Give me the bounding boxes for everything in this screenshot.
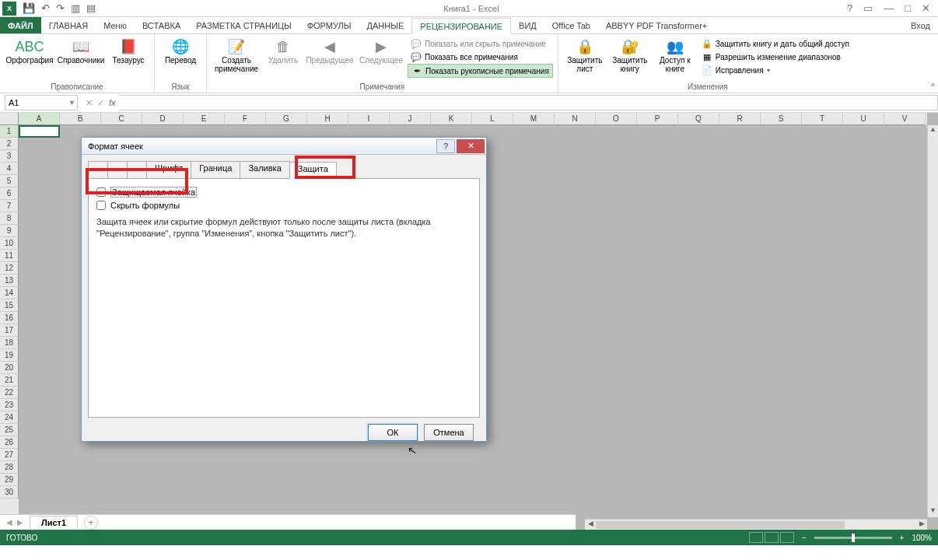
active-cell[interactable] [19,125,60,138]
column-header[interactable]: T [802,113,843,125]
sheet-tab[interactable]: Лист1 [30,516,78,529]
column-header[interactable]: C [101,113,142,125]
show-ink-button[interactable]: ✒ Показать рукописные примечания [408,64,553,78]
thesaurus-button[interactable]: 📕 Тезаурус [107,36,149,65]
spellcheck-button[interactable]: ABC Орфография [5,36,54,65]
maximize-icon[interactable]: □ [905,2,911,14]
row-header[interactable]: 5 [0,175,19,187]
enter-formula-icon[interactable]: ✓ [97,98,104,108]
help-icon[interactable]: ? [847,2,852,14]
dialog-tab-protection[interactable]: Защита [289,162,337,179]
row-header[interactable]: 26 [0,436,19,449]
tab-file[interactable]: ФАЙЛ [0,17,41,33]
showhide-comment-button[interactable]: 💬 Показать или скрыть примечание [408,37,553,50]
protect-sheet-button[interactable]: 🔒 Защитить лист [563,36,607,73]
fx-icon[interactable]: fx [109,98,116,107]
column-headers[interactable]: ABCDEFGHIJKLMNOPQRSTUV [19,113,927,125]
formula-input[interactable] [119,95,938,110]
view-buttons[interactable] [749,532,794,543]
row-header[interactable]: 15 [0,299,19,312]
undo-icon[interactable]: ↶ [41,2,50,14]
protect-book-button[interactable]: 🔐 Защитить книгу [608,36,652,73]
dialog-help-button[interactable]: ? [436,139,455,153]
row-header[interactable]: 28 [0,461,19,474]
cancel-button[interactable]: Отмена [424,424,474,441]
row-header[interactable]: 18 [0,337,19,349]
ok-button[interactable]: ОК [368,424,418,441]
column-header[interactable]: F [225,113,266,125]
column-header[interactable]: L [472,113,513,125]
row-header[interactable]: 23 [0,399,19,411]
allow-ranges-button[interactable]: ▦ Разрешить изменение диапазонов [698,51,852,63]
row-header[interactable]: 1 [0,125,19,138]
column-header[interactable]: U [843,113,884,125]
column-header[interactable]: E [184,113,225,125]
row-header[interactable]: 20 [0,362,19,374]
tab-home[interactable]: ГЛАВНАЯ [41,17,96,33]
dialog-titlebar[interactable]: Формат ячеек ? ✕ [82,138,486,155]
row-header[interactable]: 21 [0,374,19,387]
row-header[interactable]: 13 [0,275,19,287]
close-icon[interactable]: ✕ [922,2,930,14]
scroll-right-icon[interactable]: ▶ [916,520,927,530]
track-changes-button[interactable]: 📄 Исправления ▾ [698,64,852,76]
dialog-tab-border[interactable]: Граница [191,161,240,178]
dialog-tab-hidden3[interactable] [127,161,147,178]
page-break-view-icon[interactable] [780,532,794,543]
row-header[interactable]: 10 [0,237,19,250]
column-header[interactable]: M [513,113,555,125]
row-header[interactable]: 4 [0,163,19,175]
prev-comment-button[interactable]: ◀ Предыдущее [305,36,355,65]
column-header[interactable]: G [266,113,307,125]
page-layout-view-icon[interactable] [765,532,779,543]
open-icon[interactable]: ▤ [86,2,96,14]
column-header[interactable]: Q [678,113,719,125]
horizontal-scrollbar[interactable]: ◀ ▶ [585,519,927,530]
tab-layout[interactable]: РАЗМЕТКА СТРАНИЦЫ [188,17,299,33]
tab-view[interactable]: ВИД [511,17,544,33]
row-headers[interactable]: 1234567891011121314151617181920212223242… [0,125,19,517]
next-comment-button[interactable]: ▶ Следующее [356,36,406,65]
row-header[interactable]: 11 [0,250,19,262]
redo-icon[interactable]: ↷ [56,2,65,14]
column-header[interactable]: K [431,113,472,125]
showall-comments-button[interactable]: 💬 Показать все примечания [408,51,553,63]
row-header[interactable]: 12 [0,262,19,275]
ribbon-toggle-icon[interactable]: ▭ [863,2,873,14]
column-header[interactable]: R [719,113,761,125]
new-comment-button[interactable]: 📝 Создать примечание [212,36,261,73]
column-header[interactable]: B [60,113,101,125]
share-book-button[interactable]: 👥 Доступ к книге [653,36,697,73]
column-header[interactable]: O [596,113,637,125]
add-sheet-button[interactable]: + [84,516,98,530]
hidden-checkbox-row[interactable]: Скрыть формулы [96,201,471,210]
collapse-ribbon-icon[interactable]: ^ [931,82,935,91]
row-header[interactable]: 22 [0,387,19,399]
row-header[interactable]: 24 [0,411,19,424]
references-button[interactable]: 📖 Справочники [56,36,106,65]
tab-abbyy[interactable]: ABBYY PDF Transformer+ [598,17,715,33]
row-header[interactable]: 14 [0,287,19,299]
locked-checkbox-row[interactable]: Защищаемая ячейка [96,187,471,198]
tab-menu[interactable]: Меню [96,17,135,33]
minimize-icon[interactable]: — [884,2,894,14]
column-header[interactable]: H [307,113,348,125]
locked-checkbox[interactable] [96,187,106,197]
name-box[interactable]: A1 ▼ [5,95,78,110]
column-header[interactable]: I [348,113,390,125]
row-header[interactable]: 6 [0,187,19,200]
sheet-nav[interactable]: ◀▶ [0,518,30,527]
protect-share-button[interactable]: 🔒 Защитить книгу и дать общий доступ [698,37,852,50]
tab-data[interactable]: ДАННЫЕ [359,17,412,33]
dialog-tab-hidden1[interactable] [88,161,108,178]
row-header[interactable]: 2 [0,138,19,150]
row-header[interactable]: 19 [0,349,19,362]
dialog-tab-hidden2[interactable] [107,161,128,178]
column-header[interactable]: D [142,113,184,125]
column-header[interactable]: S [761,113,802,125]
hidden-checkbox[interactable] [96,201,106,210]
column-header[interactable]: A [19,113,60,125]
row-header[interactable]: 3 [0,150,19,163]
scroll-thumb[interactable] [596,521,845,529]
row-header[interactable]: 17 [0,324,19,337]
